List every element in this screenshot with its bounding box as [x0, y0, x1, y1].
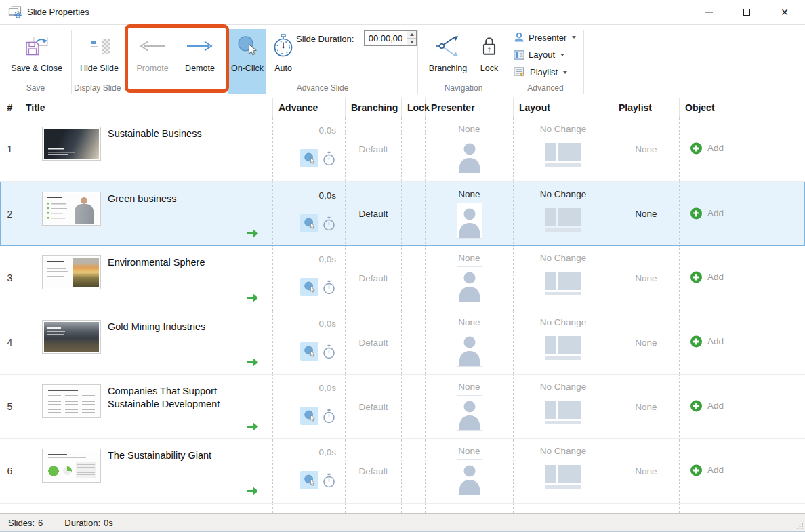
stopwatch-icon [323, 409, 335, 424]
playlist-cell[interactable]: None [613, 310, 680, 374]
layout-dropdown[interactable]: Layout [514, 49, 564, 60]
advance-arrow-icon [245, 293, 259, 303]
branching-cell[interactable]: Default [346, 117, 402, 181]
branching-value: Default [359, 466, 388, 476]
lock-cell[interactable] [402, 117, 426, 181]
slide-list: 1 Sustainable Business 0,0s [0, 117, 805, 504]
branching-cell[interactable]: Default [346, 375, 402, 438]
up-arrow-icon [410, 33, 414, 36]
branching-cell[interactable]: Default [346, 439, 402, 503]
add-object-button[interactable]: Add [690, 400, 724, 411]
add-object-button[interactable]: Add [690, 335, 724, 347]
auto-advance-toggle[interactable] [323, 473, 335, 488]
presenter-cell[interactable]: None [426, 310, 514, 374]
auto-advance-toggle[interactable] [323, 280, 335, 295]
auto-advance-toggle[interactable] [323, 151, 335, 166]
layout-cell[interactable]: No Change [514, 117, 613, 181]
layout-cell[interactable]: No Change [514, 375, 613, 438]
on-click-toggle[interactable] [300, 214, 318, 232]
add-object-button[interactable]: Add [690, 142, 724, 154]
on-click-toggle[interactable] [300, 342, 318, 361]
table-row[interactable]: 2 Green business 0,0s [0, 182, 805, 246]
resize-grip[interactable] [797, 523, 804, 529]
slide-duration-input[interactable]: 00:00,00 [364, 30, 407, 46]
slide-title: Sustainable Business [108, 127, 202, 140]
layout-cell[interactable]: No Change [514, 310, 613, 374]
playlist-cell[interactable]: None [613, 246, 680, 310]
playlist-value: None [635, 209, 657, 219]
mouse-click-icon [304, 346, 316, 358]
playlist-dropdown[interactable]: Playlist [514, 67, 567, 77]
auto-advance-toggle[interactable] [323, 344, 335, 359]
slide-thumbnail[interactable] [42, 384, 101, 418]
auto-advance-toggle[interactable] [323, 409, 335, 424]
maximize-button[interactable] [728, 0, 766, 24]
window-controls: ✕ [690, 0, 804, 24]
hide-slide-button[interactable]: Hide Slide [73, 29, 125, 73]
on-click-toggle[interactable] [300, 149, 318, 167]
layout-value: No Change [514, 317, 613, 327]
table-row[interactable]: 6 The Sustainability Giant 0,0s [0, 439, 805, 504]
presenter-cell[interactable]: None [426, 117, 514, 181]
auto-button[interactable]: Auto [269, 29, 297, 73]
on-click-label: On-Click [231, 64, 264, 73]
playlist-cell[interactable]: None [613, 439, 680, 503]
mouse-click-icon [304, 281, 316, 293]
lock-cell[interactable] [402, 439, 426, 503]
slide-duration-spinner: 00:00,00 [364, 30, 417, 46]
on-click-toggle[interactable] [300, 471, 318, 489]
branching-cell[interactable]: Default [346, 246, 402, 310]
slide-thumbnail[interactable] [42, 449, 101, 483]
slide-title-cell: Green business [20, 182, 273, 245]
demote-label: Demote [185, 64, 215, 73]
playlist-cell[interactable]: None [613, 117, 680, 181]
lock-cell[interactable] [402, 182, 426, 245]
add-object-button[interactable]: Add [690, 207, 724, 219]
branching-cell[interactable]: Default [346, 310, 402, 374]
lock-cell[interactable] [402, 246, 426, 310]
table-row[interactable]: 4 Gold Mining Industries 0,0s [0, 310, 805, 375]
demote-button[interactable]: Demote [176, 29, 224, 73]
layout-cell[interactable]: No Change [514, 246, 613, 310]
table-row[interactable]: 1 Sustainable Business 0,0s [0, 117, 805, 182]
presenter-dropdown[interactable]: Presenter [514, 32, 576, 43]
close-button[interactable]: ✕ [766, 0, 804, 24]
presenter-cell[interactable]: None [426, 375, 514, 438]
advance-mode-toggles [300, 214, 335, 232]
table-row[interactable]: 3 Environmental Sphere 0,0s [0, 246, 805, 310]
presenter-cell[interactable]: None [426, 182, 514, 245]
on-click-toggle[interactable] [300, 407, 318, 425]
add-object-button[interactable]: Add [690, 271, 724, 283]
minimize-button[interactable] [690, 0, 728, 24]
branching-cell[interactable]: Default [346, 182, 402, 245]
slide-thumbnail[interactable] [42, 192, 101, 226]
playlist-cell[interactable]: None [613, 182, 680, 245]
lock-button[interactable]: Lock [474, 29, 504, 73]
lock-cell[interactable] [402, 310, 426, 374]
slide-thumbnail[interactable] [42, 320, 101, 354]
layout-panels-icon [545, 272, 581, 296]
duration-decrease-button[interactable] [407, 39, 416, 45]
presenter-cell[interactable]: None [426, 439, 514, 503]
on-click-toggle[interactable] [300, 278, 318, 296]
layout-cell[interactable]: No Change [514, 439, 613, 503]
slide-thumbnail[interactable] [42, 255, 101, 289]
branching-button[interactable]: Branching [426, 29, 470, 73]
add-object-button[interactable]: Add [690, 464, 724, 476]
branching-value: Default [359, 273, 388, 283]
presenter-cell[interactable]: None [426, 246, 514, 310]
playlist-value: None [635, 402, 657, 412]
layout-cell[interactable]: No Change [514, 182, 613, 245]
promote-button[interactable]: Promote [130, 29, 175, 73]
advance-cell: 0,0s [273, 117, 346, 181]
lock-cell[interactable] [402, 375, 426, 438]
slide-thumbnail[interactable] [42, 127, 101, 161]
auto-advance-toggle[interactable] [323, 216, 335, 231]
table-row[interactable]: 5 Companies That Support Sustainable Dev… [0, 375, 805, 439]
playlist-label: Playlist [530, 67, 558, 77]
layout-value: No Change [514, 124, 613, 134]
duration-increase-button[interactable] [407, 31, 416, 39]
playlist-cell[interactable]: None [613, 375, 680, 438]
slide-thumbnail-image [44, 129, 99, 159]
save-close-button[interactable]: Save & Close [7, 29, 66, 73]
